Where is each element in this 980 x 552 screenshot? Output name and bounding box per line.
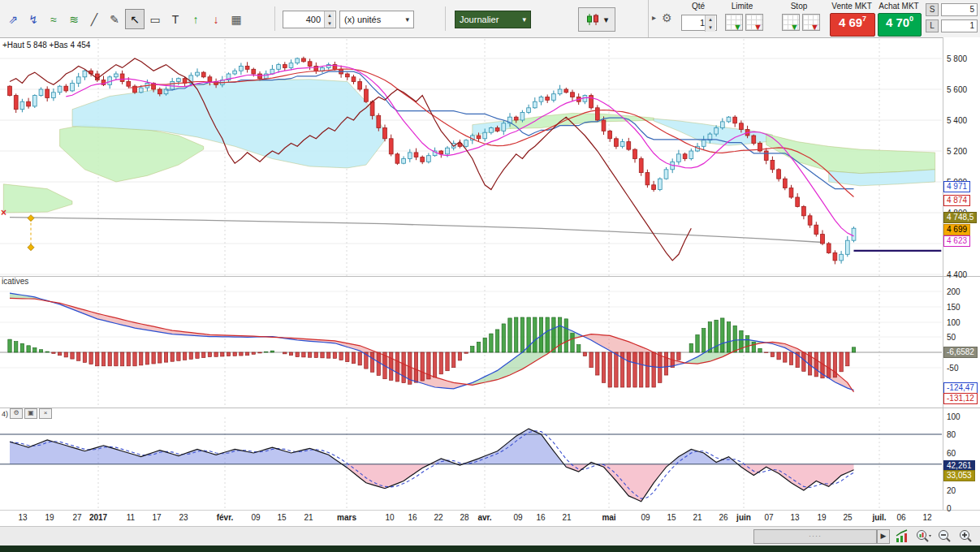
sell-market-button[interactable]: 4 697	[830, 13, 875, 37]
tool-volume-profile-button[interactable]: ▦	[227, 9, 246, 29]
quantity-value[interactable]: 400	[283, 11, 321, 28]
spin-down-icon[interactable]: ▾	[324, 19, 335, 28]
collapse-arrow-icon[interactable]: ▸	[652, 13, 656, 22]
trading-app-window: ⇗↯≈≋╱✎↖▭T↑↓▦ 400 ▴ ▾ (x) unités ▾ Journa…	[0, 0, 980, 552]
limit-sell-button[interactable]: ▼	[745, 14, 763, 31]
spin-up-icon[interactable]: ▴	[705, 15, 715, 24]
fit-chart-button[interactable]	[893, 528, 911, 545]
date-tick: 10	[385, 513, 394, 522]
stop-buy-button[interactable]: ▼	[782, 14, 800, 31]
red-arrow-icon: ▼	[810, 22, 819, 32]
indicator-title-truncated: icatives	[2, 277, 28, 286]
zoom-out-button[interactable]	[935, 528, 953, 545]
date-tick: 07	[764, 513, 773, 522]
qty-input[interactable]: 1 ▴ ▾	[681, 15, 717, 31]
spin-down-icon[interactable]: ▾	[705, 24, 715, 32]
delete-drawing-icon[interactable]: ×	[1, 207, 6, 218]
arrow-down-icon: ↓	[214, 13, 219, 26]
date-tick: 23	[179, 513, 188, 522]
date-tick: 17	[152, 513, 161, 522]
panel-separator[interactable]	[0, 276, 980, 277]
tool-pattern-button[interactable]: ≋	[64, 9, 84, 29]
zoom-selection-button[interactable]	[914, 528, 932, 545]
tool-selection-rect-button[interactable]: ▭	[145, 9, 165, 29]
cursor-icon: ↖	[130, 13, 140, 26]
order-settings-icon[interactable]: ⚙	[662, 11, 672, 24]
date-tick: 15	[667, 513, 676, 522]
stop-label: Stop	[780, 2, 818, 11]
chart-type-button[interactable]: ▾	[578, 7, 615, 32]
date-tick: mars	[337, 513, 356, 522]
date-tick: 09	[251, 513, 260, 522]
sell-price: 4 69	[839, 15, 862, 29]
zoom-in-button[interactable]	[956, 528, 974, 545]
units-select[interactable]: (x) unités ▾	[339, 11, 414, 28]
limit-buy-button[interactable]: ▼	[725, 14, 743, 31]
axis-label: 80	[947, 430, 956, 439]
tool-arrow-down-button[interactable]: ↓	[206, 9, 226, 29]
red-arrow-icon: ▼	[753, 22, 762, 32]
tool-cursor-button[interactable]: ↖	[125, 9, 145, 29]
chart-scrollbar-row: ···· ▶	[0, 526, 980, 546]
axis-value-badge: 4 623	[943, 235, 970, 247]
axis-label: 4 400	[947, 270, 967, 279]
quantity-spin-buttons[interactable]: ▴ ▾	[324, 11, 335, 28]
limit-label: Limite	[723, 2, 761, 11]
date-tick: 11	[127, 513, 135, 522]
l-input[interactable]: 1	[941, 19, 978, 32]
axis-value-badge: 4 699	[943, 224, 970, 235]
tool-pencil-button[interactable]: ✎	[105, 9, 124, 29]
date-tick: 19	[817, 513, 826, 522]
date-tick: 16	[536, 513, 545, 522]
stochastic-panel[interactable]	[0, 417, 942, 510]
axis-value-badge: 4 874	[943, 195, 970, 206]
scrollbar-thumb[interactable]: ····	[753, 529, 877, 544]
panel-separator[interactable]	[0, 408, 980, 408]
limit-order-buttons: ▼ ▼	[725, 14, 763, 31]
axis-label: -50	[947, 364, 958, 373]
buy-market-button[interactable]: 4 700	[878, 13, 922, 37]
high-low-overlay: +Haut 5 848 +Bas 4 454	[2, 41, 90, 50]
tool-fib-projection-button[interactable]: ⇗	[3, 9, 23, 29]
drawing-tools-group: ⇗↯≈≋╱✎↖▭T↑↓▦	[3, 9, 246, 29]
qty-label: Qté	[681, 2, 715, 11]
candlestick-chart-icon	[585, 13, 602, 26]
quantity-stepper[interactable]: 400 ▴ ▾	[283, 11, 336, 28]
tool-zigzag-button[interactable]: ↯	[24, 9, 43, 29]
trendline-icon: ╱	[91, 13, 97, 26]
fib-projection-icon: ⇗	[8, 13, 18, 26]
chevron-down-icon: ▾	[522, 15, 526, 24]
tool-trendline-button[interactable]: ╱	[84, 9, 104, 29]
main-price-chart[interactable]	[0, 39, 942, 276]
qty-spin-buttons[interactable]: ▴ ▾	[705, 15, 715, 32]
date-tick: 13	[18, 513, 27, 522]
date-tick: avr.	[477, 513, 491, 522]
macd-panel[interactable]	[0, 286, 942, 408]
green-arrow-icon: ▼	[790, 22, 799, 32]
date-tick: juil.	[872, 513, 886, 522]
date-tick: 06	[896, 513, 905, 522]
date-tick: mai	[602, 513, 615, 522]
buy-price: 4 70	[886, 15, 909, 29]
axis-value-badge: -124,47	[943, 382, 978, 394]
s-input[interactable]: 5	[941, 3, 978, 16]
date-tick: 22	[434, 513, 443, 522]
date-tick: 21	[562, 513, 571, 522]
axis-label: 50	[947, 333, 956, 342]
date-tick: 19	[45, 513, 54, 522]
buy-mkt-label: Achat MKT	[877, 2, 921, 11]
stop-size-row: S 5	[926, 3, 978, 16]
sell-price-decimal: 7	[862, 15, 866, 23]
volume-profile-icon: ▦	[231, 13, 241, 26]
timeframe-select[interactable]: Journalier ▾	[455, 11, 531, 28]
green-arrow-icon: ▼	[733, 22, 742, 32]
date-tick: 16	[408, 513, 417, 522]
spin-up-icon[interactable]: ▴	[324, 11, 335, 19]
scroll-right-button[interactable]: ▶	[877, 529, 890, 544]
pencil-icon: ✎	[110, 13, 119, 26]
tool-text-tool-button[interactable]: T	[166, 9, 185, 29]
tool-elliott-wave-button[interactable]: ≈	[44, 9, 63, 29]
stop-order-buttons: ▼ ▼	[782, 14, 820, 31]
stop-sell-button[interactable]: ▼	[802, 14, 820, 31]
tool-arrow-up-button[interactable]: ↑	[186, 9, 205, 29]
